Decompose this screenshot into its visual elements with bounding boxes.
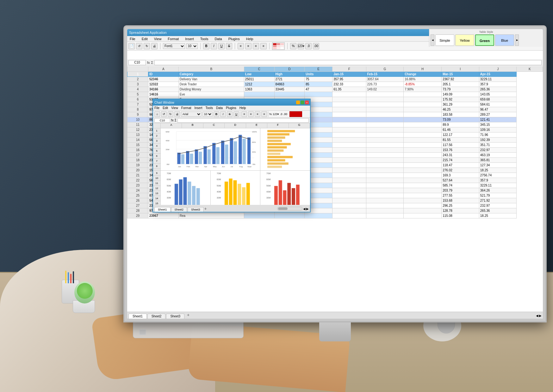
table-cell[interactable]: Dividing Money — [178, 87, 244, 92]
sw-home-btn[interactable]: ⌂ — [154, 111, 160, 117]
table-cell[interactable] — [404, 143, 442, 148]
table-cell[interactable]: 203.79 — [442, 188, 479, 193]
sw-menu-format[interactable]: Format — [181, 106, 191, 110]
sw-scrollbar[interactable] — [277, 207, 302, 211]
sw-strike-btn[interactable]: S — [227, 111, 233, 117]
table-cell[interactable]: 8 — [127, 107, 148, 112]
table-cell[interactable]: Eve — [178, 92, 244, 97]
table-cell[interactable]: 5 — [127, 92, 148, 97]
table-cell[interactable]: 232.97 — [479, 203, 517, 208]
table-cell[interactable]: 463.19 — [479, 153, 517, 158]
menu-tools[interactable]: Tools — [199, 37, 210, 41]
table-cell[interactable]: 183.58 — [442, 112, 479, 117]
table-cell[interactable] — [366, 97, 404, 102]
underline-button[interactable]: U — [218, 43, 225, 49]
menu-view[interactable]: View — [153, 37, 163, 41]
table-cell[interactable] — [404, 153, 442, 158]
table-cell[interactable]: 13 — [127, 132, 148, 138]
table-cell[interactable] — [274, 213, 305, 218]
table-cell[interactable] — [404, 132, 442, 138]
table-cell[interactable]: 16 — [127, 148, 148, 153]
second-window-min[interactable] — [296, 101, 300, 104]
sw-font-select[interactable]: Arial — [181, 112, 202, 117]
table-cell[interactable]: 276.02 — [442, 168, 479, 173]
style-simple-button[interactable]: Simple — [435, 34, 454, 46]
table-cell[interactable] — [366, 183, 404, 188]
table-cell[interactable] — [366, 173, 404, 178]
table-cell[interactable] — [404, 112, 442, 117]
table-cell[interactable]: 351.71 — [479, 143, 517, 148]
table-cell[interactable] — [332, 168, 366, 173]
table-cell[interactable]: 215.74 — [442, 158, 479, 163]
table-cell[interactable] — [366, 117, 404, 122]
table-cell[interactable] — [366, 102, 404, 107]
table-cell[interactable] — [404, 168, 442, 173]
table-cell[interactable] — [332, 193, 366, 198]
sw-menu-insert[interactable]: Insert — [195, 106, 202, 110]
table-cell[interactable]: 121.41 — [479, 117, 517, 122]
table-cell[interactable]: 16.88% — [404, 77, 442, 82]
table-cell[interactable] — [366, 92, 404, 97]
table-cell[interactable]: 46.25 — [442, 107, 479, 112]
table-cell[interactable]: 357.9 — [479, 82, 517, 87]
table-cell[interactable]: 527.64 — [442, 178, 479, 183]
table-cell[interactable]: 3 — [127, 82, 148, 87]
table-cell[interactable] — [332, 203, 366, 208]
table-cell[interactable]: 22 — [127, 178, 148, 183]
table-cell[interactable] — [366, 107, 404, 112]
table-cell[interactable]: 6 — [127, 97, 148, 102]
table-cell[interactable]: 117.56 — [442, 143, 479, 148]
table-cell[interactable]: 25 — [127, 193, 148, 198]
table-cell[interactable]: 14 — [127, 138, 148, 143]
table-cell[interactable]: Units — [305, 72, 332, 77]
sheet-tab-2[interactable]: Sheet2 — [147, 314, 166, 319]
table-cell[interactable] — [404, 188, 442, 193]
table-cell[interactable]: 271.92 — [479, 198, 517, 203]
sw-tab-3[interactable]: Sheet3 — [188, 207, 204, 212]
sw-size-select[interactable]: 10 — [202, 112, 213, 117]
sw-scroll-right[interactable]: ▶ — [306, 207, 309, 211]
table-cell[interactable]: 28 — [127, 208, 148, 213]
table-cell[interactable]: 265.36 — [479, 208, 517, 213]
sw-tab-2[interactable]: Sheet2 — [171, 207, 187, 212]
style-prev-button[interactable]: ◀ — [431, 34, 434, 46]
table-cell[interactable]: 232.97 — [479, 148, 517, 153]
table-cell[interactable]: 52346 — [148, 77, 178, 82]
table-cell[interactable]: 61.46 — [442, 127, 479, 132]
table-cell[interactable]: Apr-15 — [479, 72, 517, 77]
second-window-close[interactable]: × — [305, 101, 309, 104]
table-cell[interactable] — [404, 183, 442, 188]
table-cell[interactable] — [404, 203, 442, 208]
table-cell[interactable] — [366, 138, 404, 143]
sw-italic-btn[interactable]: I — [220, 111, 226, 117]
table-cell[interactable]: 1363 — [244, 87, 274, 92]
table-cell[interactable]: Mar-15 — [442, 72, 479, 77]
table-cell[interactable]: 12322 — [148, 82, 178, 87]
sheet-tab-1[interactable]: Sheet1 — [128, 314, 147, 319]
table-cell[interactable]: 7.90% — [404, 87, 442, 92]
table-cell[interactable] — [404, 208, 442, 213]
table-cell[interactable] — [404, 148, 442, 153]
menu-help[interactable]: Help — [245, 37, 255, 41]
table-cell[interactable]: 122.17 — [442, 132, 479, 138]
table-cell[interactable] — [404, 97, 442, 102]
table-cell[interactable]: 4 — [127, 87, 148, 92]
menu-edit[interactable]: Edit — [140, 37, 149, 41]
table-cell[interactable] — [332, 102, 366, 107]
sw-print-btn[interactable]: 🖨 — [174, 111, 180, 117]
table-cell[interactable]: Low — [244, 72, 274, 77]
sw-add-sheet-btn[interactable]: + — [204, 206, 207, 211]
table-cell[interactable]: 96.47 — [479, 107, 517, 112]
table-cell[interactable]: 365.81 — [479, 158, 517, 163]
table-cell[interactable] — [366, 208, 404, 213]
table-cell[interactable]: Desk Trader — [178, 82, 244, 87]
align-justify-button[interactable]: ≡ — [260, 43, 267, 49]
style-yellow-button[interactable]: Yellow — [455, 34, 474, 46]
table-cell[interactable]: Rea — [178, 213, 244, 218]
table-cell[interactable]: 175.92 — [442, 97, 479, 102]
sw-formula-input[interactable] — [177, 118, 309, 123]
table-cell[interactable]: 232.33 — [332, 82, 366, 87]
italic-button[interactable]: I — [211, 43, 217, 49]
table-row[interactable]: 514616Eve149.09143.05 — [127, 92, 543, 97]
table-cell[interactable] — [366, 122, 404, 127]
